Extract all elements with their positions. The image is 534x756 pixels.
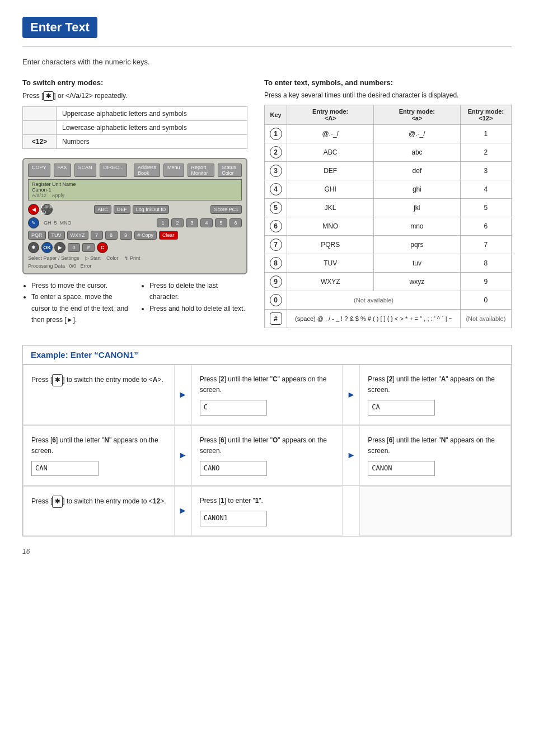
- title-divider: [22, 46, 512, 46]
- numpad-row-2: ✎ GH 5 MNO 1 2 3 4 5 6: [28, 217, 242, 228]
- btn-def: DEF: [114, 205, 130, 214]
- entry-a-cell: DEF: [287, 162, 374, 180]
- key-cell: 6: [264, 217, 287, 236]
- btn-hash: #: [82, 243, 95, 252]
- device-panel: COPY FAX SCAN DIREC... Address Book Menu…: [22, 158, 247, 274]
- entry-12-cell: 0: [460, 291, 511, 310]
- mode-table: Uppercase alphabetic letters and symbols…: [22, 106, 247, 149]
- key-cell: #: [264, 310, 287, 328]
- col-entry-a: Entry mode:<A>: [287, 105, 374, 125]
- entry-12-cell: 3: [460, 162, 511, 180]
- entry-a-cell: @.-_/: [287, 125, 374, 143]
- btn-tuv: TUV: [48, 231, 65, 240]
- entry-12-cell: 1: [460, 125, 511, 143]
- entry-12-cell: 2: [460, 143, 511, 162]
- example-header: Example: Enter “CANON1”: [23, 346, 511, 365]
- key-row: 1@.-_/@.-_/1: [264, 125, 511, 143]
- num-key-1: 1: [270, 128, 282, 140]
- btn-clear: Clear: [159, 231, 178, 240]
- key-row: 4GHIghi4: [264, 180, 511, 199]
- btn-pencil: ✎: [28, 217, 39, 228]
- example-step-0: Press [✱] to switch the entry mode to <A…: [23, 365, 175, 425]
- menu-tab: Menu: [163, 164, 184, 177]
- num-key-7: 7: [270, 239, 282, 251]
- btn-4: 4: [200, 218, 213, 227]
- dev-status-line: Processing Data 0/0 Error: [28, 263, 242, 269]
- entry-12-cell: 9: [460, 273, 511, 291]
- mode-desc: Uppercase alphabetic letters and symbols: [57, 107, 247, 121]
- num-key-9: 9: [270, 276, 282, 288]
- btn-ok: OK: [41, 242, 53, 253]
- screen-2: CA: [368, 400, 435, 415]
- entry-a-cell: GHI: [287, 180, 374, 199]
- num-key-8: 8: [270, 257, 282, 269]
- example-step-1: Press [2] until the letter "C" appears o…: [191, 365, 343, 425]
- key-table: Key Entry mode:<A> Entry mode:<a> Entry …: [264, 105, 512, 328]
- btn-score-pc1: Score PC1: [210, 205, 242, 214]
- mode-desc: Lowercase alphabetic letters and symbols: [57, 121, 247, 135]
- screen-4: CANO: [200, 461, 267, 476]
- arrow-1: ►: [175, 365, 191, 425]
- entry-a-cell: MNO: [287, 217, 374, 236]
- key-row: #(space) @ . / - _ ! ? & $ % # ( ) [ ] {…: [264, 310, 511, 328]
- entry-a-lower-cell: mno: [374, 217, 461, 236]
- btn-1: 1: [157, 218, 169, 227]
- key-cell: 2: [264, 143, 287, 162]
- left-press-line: Press [✱] or <A/a/12> repeatedly.: [22, 91, 247, 101]
- entry-a-lower-cell: ghi: [374, 180, 461, 199]
- entry-a-cell: ABC: [287, 143, 374, 162]
- bullet-delete: Press to delete the last character.: [149, 280, 247, 303]
- example-row-3: Press [✱] to switch the entry mode to <1…: [23, 486, 511, 535]
- example-step-6: Press [✱] to switch the entry mode to <1…: [23, 486, 175, 535]
- example-step-7: Press [1] to enter "1". CANON1: [191, 486, 343, 535]
- key-row: 8TUVtuv8: [264, 254, 511, 273]
- example-step-3: Press [6] until the letter "N" appears o…: [23, 426, 175, 486]
- entry-a-lower-cell: def: [374, 162, 461, 180]
- entry-a-cell: (Not available): [287, 291, 460, 310]
- key-row: 9WXYZwxyz9: [264, 273, 511, 291]
- num-key-0: 0: [270, 294, 282, 306]
- mode-desc: Numbers: [57, 135, 247, 149]
- entry-a-lower-cell: tuv: [374, 254, 461, 273]
- btn-abc: ABC: [94, 205, 111, 214]
- entry-a-lower-cell: abc: [374, 143, 461, 162]
- btn-3: 3: [186, 218, 198, 227]
- key-cell: 1: [264, 125, 287, 143]
- key-row: 7PQRSpqrs7: [264, 236, 511, 254]
- fax-tab: FAX: [54, 164, 71, 177]
- subtitle: Enter characters with the numeric keys.: [22, 58, 512, 66]
- star-icon-6: ✱: [52, 496, 63, 508]
- example-row-2: Press [6] until the letter "N" appears o…: [23, 426, 511, 487]
- right-heading: To enter text, symbols, and numbers:: [264, 78, 512, 87]
- btn-star-key: ✱: [28, 242, 39, 253]
- bottom-row: Select Paper / Settings ▷ Start Color ↯ …: [28, 255, 242, 261]
- btn-7: 7: [91, 231, 103, 240]
- mode-row: Uppercase alphabetic letters and symbols: [23, 107, 247, 121]
- btn-log-id: Log In/Out ID: [133, 205, 170, 214]
- btn-c: C: [97, 242, 108, 253]
- key-row: 5JKLjkl5: [264, 199, 511, 217]
- report-tab: Report Monitor: [188, 164, 215, 177]
- entry-12-cell: 5: [460, 199, 511, 217]
- mode-key: [23, 107, 57, 121]
- key-cell: 9: [264, 273, 287, 291]
- arrow-5: ►: [175, 486, 191, 535]
- key-row: 3DEFdef3: [264, 162, 511, 180]
- bullet-cursor: Press to move the cursor.: [31, 280, 129, 291]
- key-row: 2ABCabc2: [264, 143, 511, 162]
- example-title: Example: Enter “CANON1”: [31, 350, 138, 360]
- dev-label-print: ↯ Print: [124, 255, 140, 261]
- key-cell: 8: [264, 254, 287, 273]
- star-icon-0: ✱: [52, 374, 63, 386]
- left-column: To switch entry modes: Press [✱] or <A/a…: [22, 78, 247, 328]
- example-step-5: Press [6] until the letter "N" appears o…: [359, 426, 511, 486]
- bullet-space: To enter a space, move the cursor to the…: [31, 291, 129, 325]
- btn-right: ▶: [54, 242, 65, 253]
- key-cell: 0: [264, 291, 287, 310]
- bullet-hold: Press and hold to delete all text.: [149, 303, 247, 314]
- entry-a-lower-cell: wxyz: [374, 273, 461, 291]
- key-row: 0(Not available)0: [264, 291, 511, 310]
- screen-1: C: [200, 400, 267, 415]
- example-step-4: Press [6] until the letter "O" appears o…: [191, 426, 343, 486]
- example-step-2: Press [2] until the letter "A" appears o…: [359, 365, 511, 425]
